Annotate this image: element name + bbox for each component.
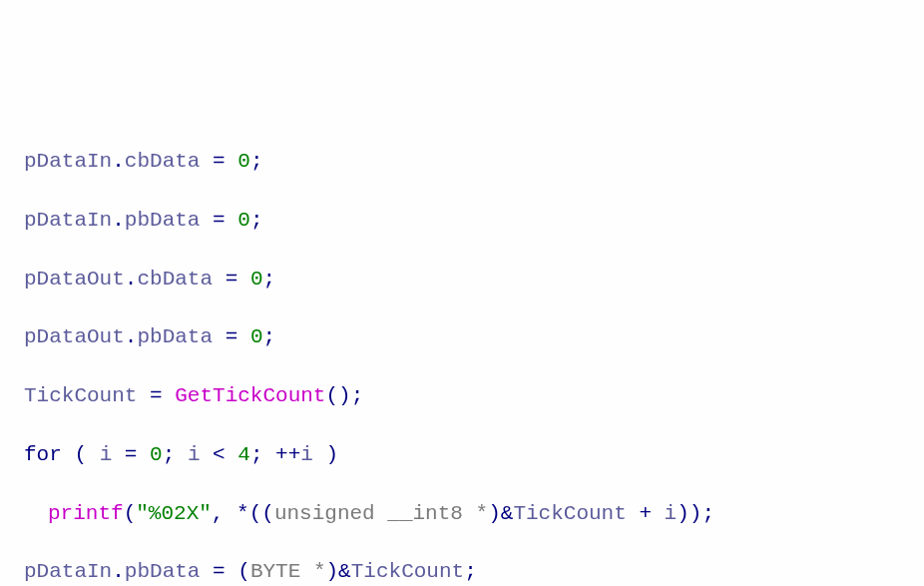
num: 4 [237, 443, 250, 466]
code-block: pDataIn.cbData = 0; pDataIn.pbData = 0; … [0, 118, 924, 586]
code-line: TickCount = GetTickCount(); [0, 381, 924, 410]
member: pbData [125, 560, 201, 583]
var: pDataIn [24, 560, 112, 583]
num: 0 [150, 443, 163, 466]
member: pbData [125, 209, 201, 232]
var: pDataOut [24, 268, 125, 291]
type: BYTE [250, 560, 300, 583]
func-call: printf [48, 502, 124, 525]
keyword-for: for [24, 443, 62, 466]
code-line: for ( i = 0; i < 4; ++i ) [0, 440, 924, 469]
num: 0 [250, 325, 263, 348]
num: 0 [250, 268, 263, 291]
var: TickCount [513, 502, 626, 525]
var: i [300, 443, 313, 466]
num: 0 [237, 150, 250, 173]
code-line: pDataIn.pbData = (BYTE *)&TickCount; [0, 557, 924, 586]
type: __int8 [387, 502, 463, 525]
code-line: pDataIn.cbData = 0; [0, 147, 924, 176]
code-line: pDataOut.cbData = 0; [0, 265, 924, 293]
func-call: GetTickCount [175, 384, 325, 407]
member: cbData [125, 150, 201, 173]
code-line: pDataOut.pbData = 0; [0, 322, 924, 351]
var: i [665, 502, 678, 525]
string: "%02X" [136, 502, 212, 525]
code-line: pDataIn.pbData = 0; [0, 206, 924, 235]
var: i [100, 443, 113, 466]
var: pDataIn [24, 209, 112, 232]
var: pDataIn [24, 150, 112, 173]
var: i [188, 443, 201, 466]
member: cbData [137, 268, 213, 291]
type: unsigned [274, 502, 375, 525]
member: pbData [137, 325, 213, 348]
num: 0 [237, 209, 250, 232]
code-line: printf("%02X", *((unsigned __int8 *)&Tic… [0, 499, 924, 528]
var: TickCount [351, 560, 464, 583]
var: pDataOut [24, 325, 125, 348]
var: TickCount [24, 384, 137, 407]
